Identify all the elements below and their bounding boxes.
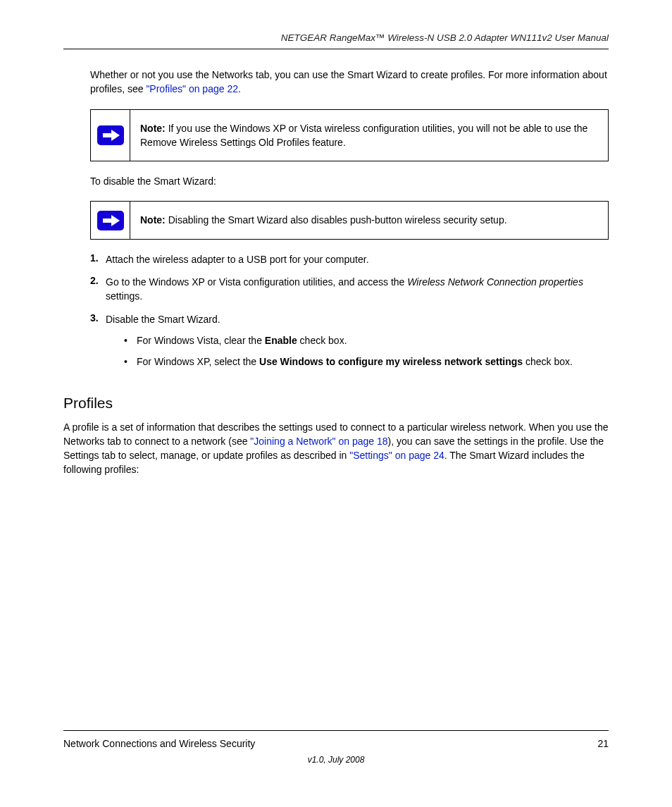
footer-row: Network Connections and Wireless Securit…	[63, 738, 609, 749]
note-box-1: Note: If you use the Windows XP or Vista…	[90, 109, 609, 162]
footer-section: Network Connections and Wireless Securit…	[63, 738, 255, 749]
step-2: 2. Go to the Windows XP or Vista configu…	[90, 275, 609, 304]
sub-a-suffix: check box.	[297, 335, 347, 346]
intro-paragraph: Whether or not you use the Networks tab,…	[90, 68, 609, 97]
sub-a-bold: Enable	[265, 335, 297, 346]
note-text-cell-1: Note: If you use the Windows XP or Vista…	[130, 109, 609, 161]
note-icon-cell-2	[91, 202, 130, 239]
sub-b-prefix: For Windows XP, select the	[137, 356, 259, 367]
step-2-text: Go to the Windows XP or Vista configurat…	[106, 275, 609, 304]
step-2-em: Wireless Network Connection properties	[407, 276, 583, 288]
note-body-2: Disabling the Smart Wizard also disables…	[166, 214, 507, 226]
sub-item-a: • For Windows Vista, clear the Enable ch…	[124, 333, 609, 347]
joining-network-link[interactable]: "Joining a Network" on page 18	[250, 436, 387, 447]
header-product-title: NETGEAR RangeMax™ Wireless-N USB 2.0 Ada…	[63, 32, 609, 43]
profiles-link[interactable]: "Profiles" on page 22	[146, 83, 238, 94]
sub-a-text: For Windows Vista, clear the Enable chec…	[137, 333, 609, 347]
note-text-2: Note: Disabling the Smart Wizard also di…	[140, 214, 507, 226]
intro-text-1: Whether or not you use the Networks tab,…	[90, 69, 485, 80]
svg-marker-3	[111, 215, 120, 226]
step-2-prefix: Go to the Windows XP or Vista configurat…	[106, 276, 407, 288]
sub-item-b: • For Windows XP, select the Use Windows…	[124, 355, 609, 369]
note-box-2: Note: Disabling the Smart Wizard also di…	[90, 201, 609, 239]
sub-b-bold: Use Windows to configure my wireless net…	[259, 356, 523, 367]
footer-version: v1.0, July 2008	[63, 755, 609, 765]
step-3-number: 3.	[90, 312, 106, 326]
arrow-right-icon	[97, 125, 124, 145]
step-3-text: Disable the Smart Wizard.	[106, 312, 609, 326]
settings-page-link[interactable]: "Settings" on page 24	[349, 450, 444, 461]
note-label-1: Note:	[140, 123, 166, 134]
step-2-suffix: settings.	[106, 290, 142, 302]
profiles-heading: Profiles	[63, 395, 609, 412]
svg-marker-1	[111, 130, 120, 141]
step-3: 3. Disable the Smart Wizard.	[90, 312, 609, 326]
svg-rect-2	[103, 218, 111, 223]
sub-b-text: For Windows XP, select the Use Windows t…	[137, 355, 609, 369]
footer-page-number: 21	[597, 738, 609, 749]
profiles-paragraph: A profile is a set of information that d…	[63, 420, 609, 477]
step-2-number: 2.	[90, 275, 106, 304]
arrow-right-icon	[97, 211, 124, 230]
footer-rule	[63, 730, 609, 731]
note-text-1: Note: If you use the Windows XP or Vista…	[140, 123, 587, 148]
intro-text-3: .	[238, 83, 241, 94]
header-rule	[63, 49, 609, 49]
svg-rect-0	[103, 133, 111, 137]
note-text-cell-2: Note: Disabling the Smart Wizard also di…	[130, 202, 609, 239]
step-1: 1. Attach the wireless adapter to a USB …	[90, 252, 609, 266]
bullet-a: •	[124, 333, 137, 347]
note-label-2: Note:	[140, 214, 166, 226]
sub-a-prefix: For Windows Vista, clear the	[137, 335, 265, 346]
step-1-number: 1.	[90, 252, 106, 266]
page-footer: Network Connections and Wireless Securit…	[63, 730, 609, 765]
disable-intro: To disable the Smart Wizard:	[90, 174, 609, 188]
note-body-1: If you use the Windows XP or Vista wirel…	[140, 123, 587, 148]
bullet-b: •	[124, 355, 137, 369]
sub-b-suffix: check box.	[523, 356, 573, 367]
step-1-text: Attach the wireless adapter to a USB por…	[106, 252, 609, 266]
note-icon-cell-1	[91, 109, 130, 161]
